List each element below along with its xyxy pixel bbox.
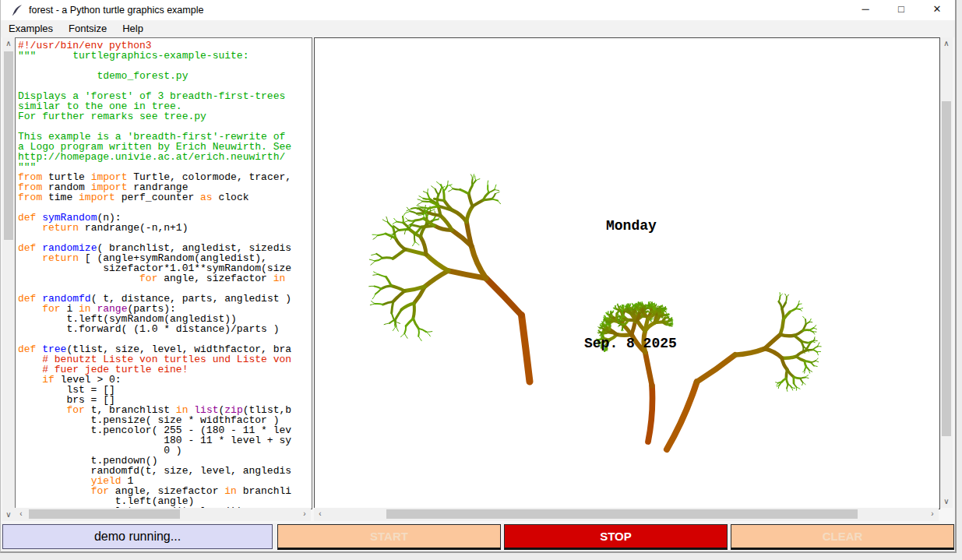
- tree-branch: [375, 304, 383, 305]
- turtledemo-window: forest - a Python turtle graphics exampl…: [0, 0, 957, 553]
- tree-branch: [803, 330, 809, 331]
- clear-button[interactable]: CLEAR: [731, 524, 954, 550]
- tree-branch: [437, 181, 441, 185]
- tree-branch: [396, 319, 396, 326]
- code-vertical-scrollbar[interactable]: ∧ ∨: [2, 37, 15, 521]
- tree-branch: [403, 217, 403, 223]
- tree-branch: [813, 328, 816, 329]
- tree-branch: [386, 277, 392, 287]
- menu-fontsize[interactable]: Fontsize: [61, 21, 115, 37]
- tree-branch: [475, 176, 476, 181]
- tree-branch: [488, 185, 488, 192]
- tree-branch: [630, 304, 631, 305]
- tree-branch: [818, 343, 819, 347]
- code-vscroll-thumb[interactable]: [4, 51, 13, 240]
- tree-branch: [397, 222, 403, 223]
- canvas-hscroll-thumb[interactable]: [386, 509, 858, 519]
- code-editor[interactable]: #!/usr/bin/env python3""" turtlegraphics…: [15, 37, 312, 509]
- tree-branch: [473, 174, 474, 179]
- tree-branch: [801, 379, 803, 382]
- menu-examples[interactable]: Examples: [1, 21, 61, 37]
- tree-branch: [782, 303, 786, 309]
- tree-branch: [814, 366, 817, 367]
- canvas-vertical-scrollbar[interactable]: ∧ ∨: [940, 37, 953, 508]
- tree-branch: [414, 234, 415, 241]
- tree-branch: [432, 186, 435, 189]
- tree-branch: [374, 272, 379, 275]
- tk-feather-icon: [11, 4, 23, 16]
- tree-branch: [658, 306, 659, 307]
- tree-branch: [404, 326, 406, 334]
- tree-branch: [633, 303, 633, 305]
- tree-branch: [797, 387, 800, 389]
- tree-branch: [371, 261, 375, 265]
- scroll-left-icon[interactable]: ‹: [314, 508, 326, 520]
- tree-branch: [393, 222, 396, 224]
- code-hscroll-thumb[interactable]: [29, 509, 180, 519]
- tree-branch: [375, 258, 383, 261]
- tree-branch: [781, 319, 784, 334]
- titlebar[interactable]: forest - a Python turtle graphics exampl…: [1, 0, 955, 20]
- turtle-canvas[interactable]: MondaySep. 8 2025: [315, 38, 938, 507]
- tree-branch: [816, 361, 819, 361]
- tree-branch: [417, 206, 421, 207]
- tree-branch: [671, 318, 672, 319]
- close-icon: ✕: [933, 3, 942, 15]
- canvas-horizontal-scrollbar[interactable]: ‹ ›: [314, 508, 939, 521]
- canvas-text: Monday: [606, 218, 657, 234]
- tree-branch: [781, 335, 795, 336]
- code-horizontal-scrollbar[interactable]: ‹ ›: [15, 508, 311, 521]
- tree-branch: [795, 336, 802, 341]
- tree-branch: [809, 319, 811, 322]
- minimize-button[interactable]: ─: [847, 0, 883, 20]
- tree-branch: [376, 254, 382, 258]
- tree-branch: [418, 329, 419, 336]
- stop-button[interactable]: STOP: [504, 524, 728, 550]
- tree-branch: [396, 310, 401, 319]
- tree-branch: [409, 220, 415, 221]
- tree-branch: [608, 312, 609, 313]
- tree-branch: [488, 190, 495, 193]
- tree-branch: [435, 199, 445, 200]
- tree-branch: [393, 326, 396, 331]
- scroll-down-icon[interactable]: ∨: [2, 509, 15, 521]
- menu-help[interactable]: Help: [115, 21, 151, 37]
- tree-branch: [614, 308, 615, 309]
- tree-branch: [419, 196, 423, 199]
- tree-branch: [805, 378, 809, 379]
- maximize-icon: □: [898, 3, 904, 15]
- tree-branch: [805, 375, 809, 378]
- tree-branch: [598, 327, 599, 328]
- tree-branch: [784, 312, 790, 319]
- tree-branch: [671, 319, 672, 320]
- tree-branch: [460, 189, 469, 194]
- scroll-right-icon[interactable]: ›: [926, 508, 939, 520]
- tree-branch: [382, 286, 392, 289]
- scroll-up-icon[interactable]: ∧: [2, 37, 15, 50]
- tree-branch: [406, 249, 427, 255]
- tree-branch: [816, 358, 818, 361]
- scroll-down-icon[interactable]: ∨: [940, 495, 953, 508]
- tree-branch: [787, 384, 788, 388]
- tree-branch: [439, 189, 441, 195]
- scroll-up-icon[interactable]: ∧: [940, 37, 953, 50]
- tree-branch: [370, 304, 375, 305]
- tree-branch: [798, 304, 802, 305]
- tree-branch: [492, 199, 498, 201]
- canvas-vscroll-thumb[interactable]: [942, 101, 951, 436]
- tree-branch: [476, 179, 480, 181]
- tree-branch: [492, 194, 495, 199]
- tree-branch: [388, 222, 393, 227]
- scroll-right-icon[interactable]: ›: [298, 508, 311, 520]
- tree-branch: [796, 357, 805, 361]
- tree-branch: [411, 211, 418, 213]
- start-button[interactable]: START: [277, 524, 501, 550]
- tree-branch: [391, 286, 404, 291]
- maximize-button[interactable]: □: [883, 0, 919, 20]
- tree-branch: [373, 235, 378, 239]
- tree-branch: [373, 274, 379, 275]
- scroll-left-icon[interactable]: ‹: [15, 508, 27, 520]
- close-button[interactable]: ✕: [919, 0, 955, 20]
- tree-branch: [786, 370, 787, 379]
- tree-branch: [431, 210, 435, 211]
